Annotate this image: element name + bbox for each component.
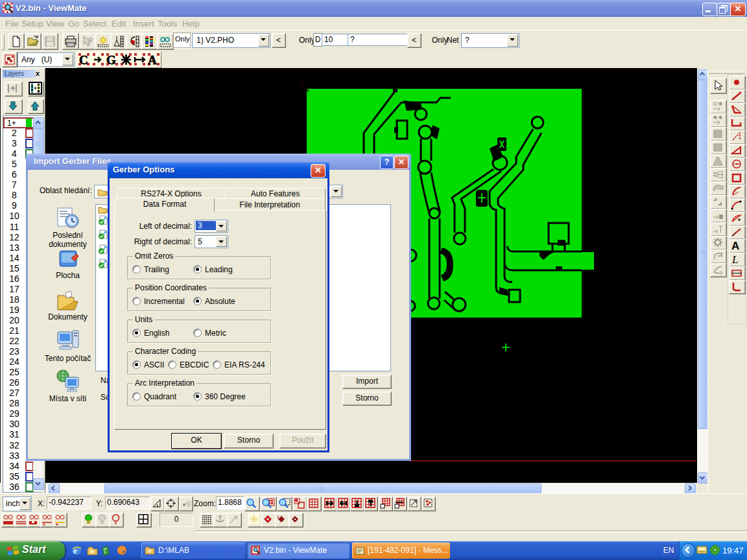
svg-text:?: ? [88,36,93,45]
svg-text:G: G [106,53,116,67]
svg-text:L: L [731,253,738,265]
svg-text:L: L [104,549,106,554]
svg-text:A: A [148,53,157,67]
svg-text:A: A [731,240,739,251]
svg-text:C: C [79,53,88,67]
svg-text:s: s [277,515,279,519]
